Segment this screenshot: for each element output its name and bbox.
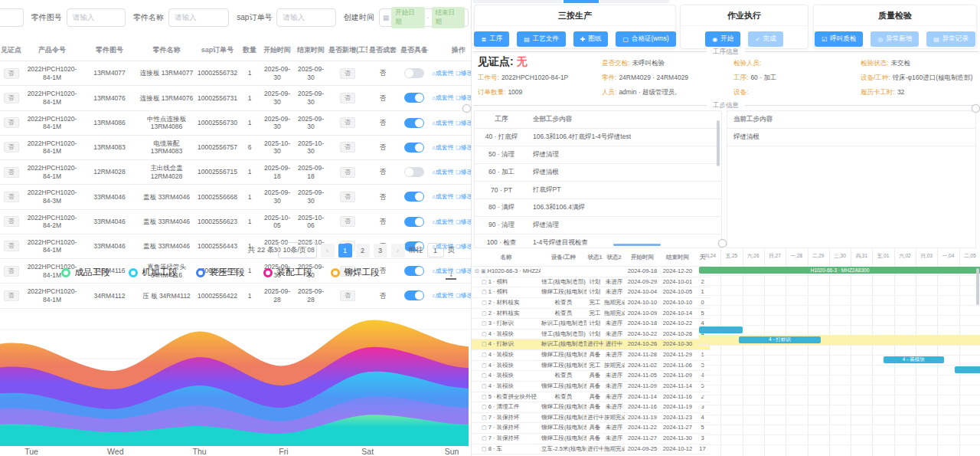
button-开始[interactable]: ◉开始 xyxy=(705,31,740,47)
task-status1: 具备 xyxy=(586,392,603,402)
button-工序[interactable]: ≣工序 xyxy=(474,31,509,47)
sap-order-input[interactable]: 请输入 xyxy=(276,8,335,27)
document-icon: ❏ xyxy=(456,219,460,225)
button-异常新增[interactable]: ◎异常新增 xyxy=(871,31,919,47)
gantt-task-row[interactable]: ▢7 · 装保持环 铆焊工段(核电制造部) 进行中 按期完成 2024-11-1… xyxy=(472,412,710,423)
button-合格证(wms)[interactable]: ▢合格证(wms) xyxy=(616,31,675,47)
ready-toggle[interactable] xyxy=(404,217,424,227)
truncated-filter-input[interactable] xyxy=(0,8,24,27)
completeness-link[interactable]: ⌂成套性 xyxy=(433,94,454,101)
button-呼叫质检[interactable]: ☑呼叫质检 xyxy=(815,31,863,47)
gantt-bar[interactable] xyxy=(955,366,980,373)
legend-item[interactable]: 装配工段 xyxy=(263,267,312,278)
task-status1: 具备 xyxy=(586,371,603,382)
process-no: 90 · 清理 xyxy=(475,217,528,235)
gantt-task-row[interactable]: ▢8 · 车 立车-2.5米(核电制造部) 进行中 拖期完成 2024-09-2… xyxy=(472,444,710,454)
process-row[interactable]: 90 · 清理焊缝清理 xyxy=(475,217,721,235)
ready-toggle[interactable] xyxy=(404,118,424,128)
splitter-handle[interactable] xyxy=(972,104,980,113)
gantt-task-row[interactable]: ▢2 · 材料核实 检查员 完工 拖期完成 2024-10-10 2024-10… xyxy=(472,297,710,308)
next-page-button[interactable]: › xyxy=(391,244,405,258)
process-row[interactable]: 70 · PT打底焊PT xyxy=(475,182,721,199)
gantt-task-row[interactable]: ▢6 · 清理工件 铆焊工段(核电制造部) 具备 未进序 2024-11-16 … xyxy=(472,402,710,413)
is-new-tag: 否 xyxy=(340,192,355,202)
timeline-row xyxy=(699,285,980,296)
download-icon[interactable]: ↓ xyxy=(446,270,456,280)
gantt-task-row[interactable]: ▢4 · 装模块 铆焊工段(核电制造部) 具备 未进序 2024-11-09 2… xyxy=(472,381,710,392)
date-end-input[interactable]: 结束日期 xyxy=(432,7,465,28)
legend-ring-icon xyxy=(263,268,273,277)
legend-item[interactable]: 机加工段 xyxy=(129,267,178,278)
legend-item[interactable]: 成品工段 xyxy=(61,267,110,278)
vertical-scrollbar[interactable] xyxy=(717,120,720,166)
gantt-task-row[interactable]: ▢2 · 材料核实 检查员 完工 拖期完成 2024-10-09 2024-10… xyxy=(472,308,710,319)
task-status1: 完工 xyxy=(586,360,603,371)
part-drawing-input[interactable]: 请输入 xyxy=(67,8,126,27)
gantt-task-row[interactable]: ▢7 · 装保持环 铆焊工段(核电制造部) 具备 未进序 2024-11-27 … xyxy=(472,434,710,445)
gantt-bar-4 - 装模块[interactable]: 4 - 装模块 xyxy=(884,356,944,363)
collapse-icon[interactable]: ⊟ xyxy=(475,268,479,274)
gantt-task-row[interactable]: ▢4 · 打标识 标识工(核电制造部) 进行中 进行中 2024-10-26 2… xyxy=(472,340,710,350)
page-number-1[interactable]: 1 xyxy=(338,244,352,258)
gantt-task-row[interactable]: ▢3 · 打标识 标识工(核电制造部) 计划 未进序 2024-10-18 20… xyxy=(472,319,710,330)
col-header-4: sap订单号 xyxy=(196,40,239,61)
tab-inactive[interactable] xyxy=(473,0,562,3)
timeline-row xyxy=(699,375,980,385)
legend-item[interactable]: 装压工段 xyxy=(196,267,245,278)
prev-page-button[interactable]: ‹ xyxy=(321,244,335,258)
ready-toggle[interactable] xyxy=(404,290,424,300)
completeness-link[interactable]: ⌂成套性 xyxy=(433,120,454,126)
date-start-input[interactable]: 开始日期 xyxy=(391,7,424,28)
button-图纸[interactable]: ✚图纸 xyxy=(573,31,609,47)
gantt-bar-4 - 打标识[interactable]: 4 - 打标识 xyxy=(739,336,820,343)
completeness-link[interactable]: ⌂成套性 xyxy=(433,218,454,225)
gantt-task-row[interactable]: ▢5 · 检查拼全块外径 检查员 具备 未进序 2024-11-14 2024-… xyxy=(472,392,710,402)
gantt-task-row[interactable]: ▢4 · 装模块 钳工(核电制造部) 计划 未进序 2024-10-22 202… xyxy=(472,329,710,340)
completeness-link[interactable]: ⌂成套性 xyxy=(433,169,454,176)
gantt-task-row[interactable]: ▢4 · 装模块 检查员 具备 未进序 2024-11-05 2024-11-0… xyxy=(472,371,710,382)
completeness-link[interactable]: ⌂成套性 xyxy=(433,193,454,200)
ready-toggle[interactable] xyxy=(404,192,424,202)
ready-toggle[interactable] xyxy=(404,68,424,78)
process-row[interactable]: 40 · 打底焊106.3和106.4打底焊1-4号焊缝test xyxy=(475,129,721,146)
page-size-select[interactable]: 10条/页▾ xyxy=(278,242,316,258)
button-异常记录[interactable]: ▤异常记录 xyxy=(926,31,975,47)
process-row[interactable]: 60 · 加工焊缝清根 xyxy=(475,164,721,182)
gantt-bar-H1020-66-3 · MHZ2A8300[interactable]: H1020-66-3 · MHZ2A8300 xyxy=(699,267,980,274)
ready-toggle[interactable] xyxy=(404,143,424,153)
part-name-input[interactable]: 请输入 xyxy=(168,8,229,27)
gantt-task-row[interactable]: ⊟▣H1020-66-3 · MHZ2A8300 2024-09-18 2024… xyxy=(472,267,710,277)
gantt-task-row[interactable]: ▢4 · 装模块 铆焊工段(核电制造部) 具备 未进序 2024-11-28 2… xyxy=(472,350,710,361)
工艺文件-icon: ▤ xyxy=(524,36,530,43)
task-start: 2024-10-10 xyxy=(625,297,660,308)
splitter-handle[interactable] xyxy=(462,104,471,113)
process-row[interactable]: 80 · 满焊106.3和106.4满焊 xyxy=(475,199,721,217)
created-time-range-picker[interactable]: ▦ 开始日期 - 结束日期 xyxy=(379,8,469,27)
ready-toggle[interactable] xyxy=(404,93,424,103)
splitter-handle[interactable] xyxy=(718,239,727,248)
button-完成[interactable]: ✓完成 xyxy=(748,31,783,47)
goto-page-input[interactable]: 1 xyxy=(427,243,444,258)
completeness-link[interactable]: ⌂成套性 xyxy=(433,144,454,151)
gantt-bar[interactable] xyxy=(699,326,743,333)
ready-toggle[interactable] xyxy=(404,167,424,177)
gantt-vertical-scrollbar[interactable] xyxy=(976,268,979,305)
task-dev xyxy=(541,267,586,277)
completeness-link[interactable]: ⌂成套性 xyxy=(433,70,454,77)
horizontal-scrollbar[interactable] xyxy=(613,244,661,246)
task-status2: 未进序 xyxy=(603,381,625,392)
completeness-link[interactable]: ⌂成套性 xyxy=(433,292,454,299)
process-row[interactable]: 50 · 清理焊缝清理 xyxy=(475,146,721,164)
page-number-3[interactable]: 3 xyxy=(374,244,387,258)
tab-active[interactable] xyxy=(564,0,599,3)
process-row[interactable]: 100 · 检查1-4号焊缝目视检查 xyxy=(475,235,721,249)
tab-inactive[interactable] xyxy=(600,0,669,3)
page-number-2[interactable]: 2 xyxy=(356,244,370,258)
gantt-col-header: 状态1 xyxy=(586,249,603,267)
gantt-task-row[interactable]: ▢1 · 领料 钳工(核电制造部) 计划 未进序 2024-09-29 2024… xyxy=(472,277,710,287)
button-工艺文件[interactable]: ▤工艺文件 xyxy=(517,31,566,47)
gantt-task-row[interactable]: ▢1 · 领料 铆焊工段(核电制造部) 计划 未进序 2024-10-04 20… xyxy=(472,287,710,298)
gantt-task-row[interactable]: ▢7 · 装保持环 铆焊工段(核电制造部) 具备 未进序 2024-11-22 … xyxy=(472,423,710,434)
gantt-task-row[interactable]: ▢4 · 装模块 铆焊工段(核电制造部) 完工 按期完成 2024-11-02 … xyxy=(472,360,710,371)
legend-item[interactable]: 铆焊工段 xyxy=(331,267,380,278)
